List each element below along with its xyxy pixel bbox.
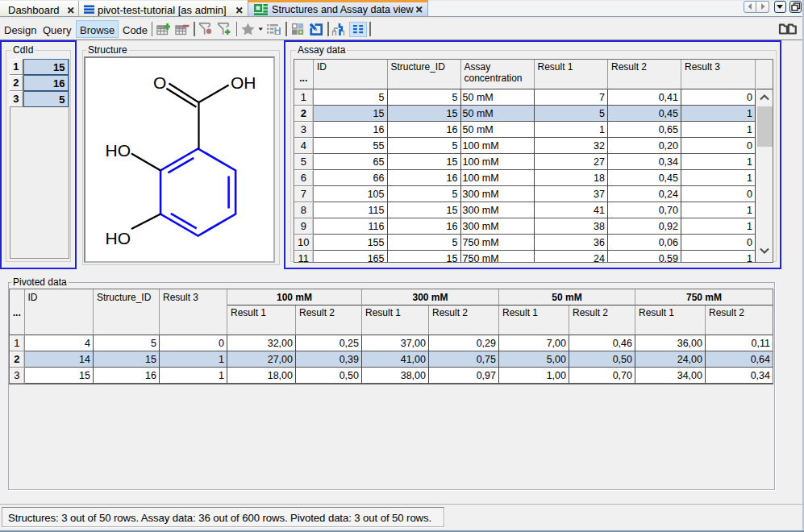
svg-text:OH: OH	[231, 73, 256, 92]
svg-text:HO: HO	[106, 229, 131, 247]
svg-text:O: O	[153, 73, 166, 92]
svg-text:HO: HO	[106, 141, 131, 160]
